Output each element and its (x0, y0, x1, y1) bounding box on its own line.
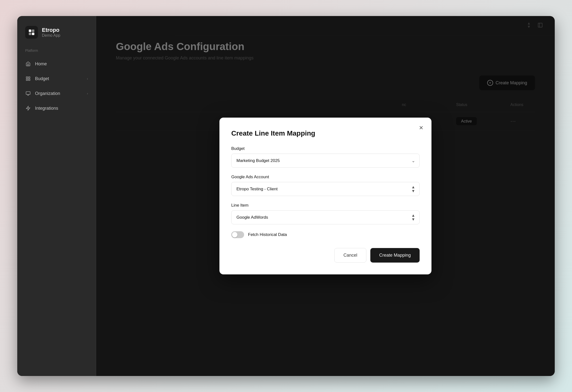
create-button[interactable]: Create Mapping (370, 248, 420, 263)
svg-rect-0 (29, 30, 31, 32)
google-ads-form-group: Google Ads Account Etropo Testing - Clie… (231, 175, 420, 196)
main-content: Google Ads Configuration Manage your con… (96, 16, 555, 376)
sidebar-item-integrations[interactable]: Integrations (17, 101, 96, 116)
svg-rect-7 (29, 79, 30, 81)
sidebar-item-home[interactable]: Home (17, 56, 96, 71)
sidebar: Etropo Demo App Platform Home (17, 16, 96, 376)
fetch-historical-label: Fetch Historical Data (248, 232, 287, 237)
fetch-historical-toggle[interactable] (231, 231, 244, 238)
svg-rect-6 (26, 79, 28, 81)
svg-rect-3 (32, 33, 34, 35)
brand-name: Etropo (42, 27, 60, 33)
create-mapping-modal: ✕ Create Line Item Mapping Budget Market… (219, 118, 431, 274)
brand-text: Etropo Demo App (42, 27, 60, 38)
sidebar-section-label: Platform (17, 49, 96, 56)
line-item-select-wrapper: Google AdWords ▲▼ (231, 210, 420, 224)
chevron-right-icon: › (87, 77, 88, 81)
sidebar-item-organization-label: Organization (35, 91, 83, 96)
app-window: Etropo Demo App Platform Home (17, 16, 555, 376)
budget-label: Budget (231, 146, 420, 151)
home-icon (25, 61, 31, 67)
budget-select[interactable]: Marketing Budget 2025 (231, 154, 420, 168)
line-item-form-group: Line Item Google AdWords ▲▼ (231, 203, 420, 224)
sidebar-item-integrations-label: Integrations (35, 106, 88, 111)
budget-select-wrapper: Marketing Budget 2025 ⌄ (231, 154, 420, 168)
sidebar-item-budget-label: Budget (35, 76, 83, 81)
integrations-icon (25, 105, 31, 111)
modal-title: Create Line Item Mapping (231, 129, 420, 137)
google-ads-select[interactable]: Etropo Testing - Client (231, 182, 420, 196)
svg-marker-11 (26, 106, 30, 110)
sidebar-item-home-label: Home (35, 61, 88, 67)
fetch-historical-row: Fetch Historical Data (231, 231, 420, 238)
svg-rect-5 (29, 77, 30, 78)
modal-overlay: ✕ Create Line Item Mapping Budget Market… (96, 16, 555, 376)
google-ads-select-wrapper: Etropo Testing - Client ▲▼ (231, 182, 420, 196)
sidebar-item-organization[interactable]: Organization › (17, 86, 96, 101)
modal-footer: Cancel Create Mapping (231, 248, 420, 263)
org-icon (25, 90, 31, 96)
budget-icon (25, 76, 31, 82)
svg-rect-4 (26, 77, 28, 78)
chevron-right-icon-2: › (87, 91, 88, 95)
line-item-label: Line Item (231, 203, 420, 208)
svg-rect-1 (32, 30, 34, 32)
brand-sub: Demo App (42, 33, 60, 38)
line-item-select[interactable]: Google AdWords (231, 210, 420, 224)
brand: Etropo Demo App (17, 26, 96, 49)
google-ads-label: Google Ads Account (231, 175, 420, 179)
svg-rect-8 (26, 92, 30, 95)
budget-form-group: Budget Marketing Budget 2025 ⌄ (231, 146, 420, 168)
modal-close-button[interactable]: ✕ (417, 124, 426, 132)
svg-rect-2 (29, 33, 31, 35)
brand-icon (25, 26, 38, 39)
cancel-button[interactable]: Cancel (334, 248, 366, 263)
sidebar-item-budget[interactable]: Budget › (17, 71, 96, 86)
